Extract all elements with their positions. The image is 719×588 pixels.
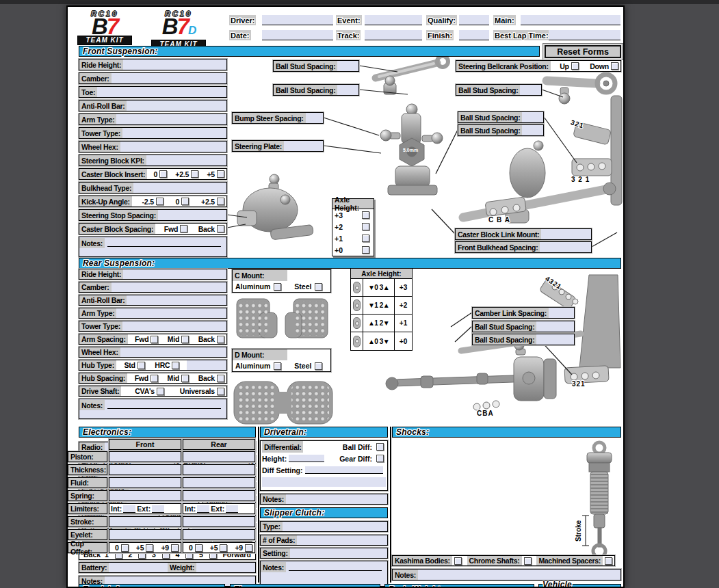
slipper-pads-input[interactable] — [297, 535, 387, 545]
shocks-notes-input[interactable] — [418, 570, 620, 580]
front-ball-stud-1-input[interactable] — [337, 61, 358, 71]
fluid-front-input[interactable] — [109, 477, 181, 488]
hub-type-hrc-checkbox[interactable] — [172, 362, 179, 369]
steering-stop-input[interactable] — [158, 210, 226, 220]
front-axle-p3-checkbox[interactable] — [362, 211, 369, 219]
front-ball-stud-2-input[interactable] — [337, 85, 358, 95]
best-lap-input[interactable] — [549, 30, 620, 40]
rear-anti-roll-input[interactable] — [127, 295, 226, 305]
cup-front-5-checkbox[interactable] — [146, 544, 153, 552]
slipper-notes-input[interactable] — [289, 563, 382, 571]
rear-arm-type-input[interactable] — [116, 308, 226, 318]
front-axle-p1-checkbox[interactable] — [362, 235, 369, 242]
hub-spacing-fwd-checkbox[interactable] — [151, 375, 158, 382]
camber-link-spacing-input[interactable] — [549, 308, 574, 318]
front-ball-stud-4-input[interactable] — [522, 112, 543, 122]
front-camber-input[interactable] — [112, 73, 227, 83]
rear-axle-r1-value[interactable]: +3 — [395, 279, 412, 296]
kashima-bodies-checkbox[interactable] — [454, 557, 462, 565]
ball-diff-checkbox[interactable] — [376, 443, 384, 451]
rear-axle-r3-value[interactable]: +1 — [395, 315, 412, 332]
rear-tower-type-input[interactable] — [122, 321, 226, 331]
slipper-type-input[interactable] — [283, 522, 387, 531]
hub-spacing-back-checkbox[interactable] — [217, 375, 224, 382]
front-ball-stud-5-input[interactable] — [522, 125, 543, 135]
rear-ball-stud-2-input[interactable] — [536, 334, 574, 345]
front-tower-type-input[interactable] — [122, 128, 226, 138]
bellcrank-down-checkbox[interactable] — [611, 62, 618, 70]
track-input[interactable] — [365, 30, 422, 40]
stroke-rear-input[interactable] — [183, 516, 255, 527]
front-axle-p0-checkbox[interactable] — [362, 246, 369, 254]
battery-input[interactable] — [109, 563, 168, 572]
caster-spacing-back-checkbox[interactable] — [217, 225, 224, 232]
rear-camber-input[interactable] — [112, 282, 227, 292]
c-mount-aluminum-checkbox[interactable] — [274, 283, 281, 291]
front-ball-stud-3-input[interactable] — [520, 85, 541, 95]
hub-type-input[interactable] — [187, 360, 226, 370]
limiters-front-int-input[interactable] — [123, 505, 135, 513]
thickness-front-input[interactable] — [109, 464, 181, 475]
front-anti-roll-input[interactable] — [127, 101, 226, 111]
front-wheel-hex-input[interactable] — [120, 142, 226, 152]
front-notes-input[interactable] — [107, 239, 221, 247]
finish-input[interactable] — [459, 30, 489, 40]
d-mount-aluminum-checkbox[interactable] — [274, 362, 281, 370]
eyelet-rear-input[interactable] — [183, 529, 255, 540]
front-bulkhead-spacing-input[interactable] — [540, 242, 591, 252]
arm-spacing-mid-checkbox[interactable] — [181, 336, 189, 343]
caster-insert-5-checkbox[interactable] — [217, 170, 224, 178]
driver-input[interactable] — [262, 15, 333, 25]
cup-front-0-checkbox[interactable] — [121, 544, 129, 552]
kickup-neg25-checkbox[interactable] — [156, 198, 164, 205]
front-axle-p2-checkbox[interactable] — [362, 223, 369, 230]
spring-front-input[interactable] — [109, 490, 181, 501]
bulkhead-type-input[interactable] — [133, 183, 226, 193]
drive-shaft-universal-checkbox[interactable] — [217, 388, 224, 395]
rear-ball-stud-1-input[interactable] — [536, 321, 574, 332]
main-input[interactable] — [521, 15, 620, 25]
bellcrank-up-checkbox[interactable] — [571, 62, 579, 70]
weight-input[interactable] — [196, 563, 255, 572]
caster-insert-25-checkbox[interactable] — [191, 170, 198, 178]
arm-spacing-back-checkbox[interactable] — [217, 336, 224, 343]
hub-spacing-mid-checkbox[interactable] — [181, 375, 189, 382]
reset-forms-button[interactable]: Reset Forms — [545, 45, 621, 58]
slipper-setting-input[interactable] — [290, 548, 387, 558]
piston-front-input[interactable] — [109, 451, 181, 462]
cup-rear-0-checkbox[interactable] — [195, 544, 202, 552]
caster-insert-0-checkbox[interactable] — [159, 170, 167, 178]
limiters-front-ext-input[interactable] — [152, 505, 164, 513]
rear-wheel-hex-input[interactable] — [120, 347, 226, 357]
stroke-front-input[interactable] — [109, 516, 181, 527]
rear-notes-input[interactable] — [107, 401, 221, 409]
c-mount-steel-checkbox[interactable] — [315, 283, 322, 291]
steering-plate-input[interactable] — [284, 141, 323, 151]
rear-axle-r2-value[interactable]: +2 — [395, 297, 412, 314]
diff-extra-input[interactable] — [262, 477, 386, 487]
hub-type-std-checkbox[interactable] — [138, 362, 145, 369]
kickup-0-checkbox[interactable] — [181, 198, 189, 205]
front-arm-type-input[interactable] — [116, 114, 226, 124]
date-input[interactable] — [262, 30, 333, 40]
chrome-shafts-checkbox[interactable] — [524, 557, 532, 565]
d-mount-steel-checkbox[interactable] — [315, 362, 322, 370]
front-toe-input[interactable] — [97, 87, 226, 97]
rear-ride-height-input[interactable] — [123, 269, 226, 279]
spring-rear-input[interactable] — [183, 490, 255, 501]
front-kpi-input[interactable] — [146, 155, 226, 165]
caster-spacing-fwd-checkbox[interactable] — [180, 225, 187, 232]
kickup-pos25-checkbox[interactable] — [217, 198, 224, 205]
qualify-input[interactable] — [459, 15, 489, 25]
cup-front-9-checkbox[interactable] — [171, 544, 179, 552]
rear-axle-r4-value[interactable]: +0 — [395, 332, 412, 350]
thickness-rear-input[interactable] — [183, 464, 255, 475]
cup-rear-9-checkbox[interactable] — [245, 544, 252, 552]
drivetrain-notes-input[interactable] — [286, 494, 387, 504]
cup-rear-5-checkbox[interactable] — [220, 544, 227, 552]
gear-diff-checkbox[interactable] — [376, 455, 384, 462]
machined-spacers-checkbox[interactable] — [605, 557, 612, 565]
limiters-rear-int-input[interactable] — [197, 505, 209, 513]
front-ride-height-input[interactable] — [123, 59, 226, 70]
arm-spacing-fwd-checkbox[interactable] — [151, 336, 158, 343]
